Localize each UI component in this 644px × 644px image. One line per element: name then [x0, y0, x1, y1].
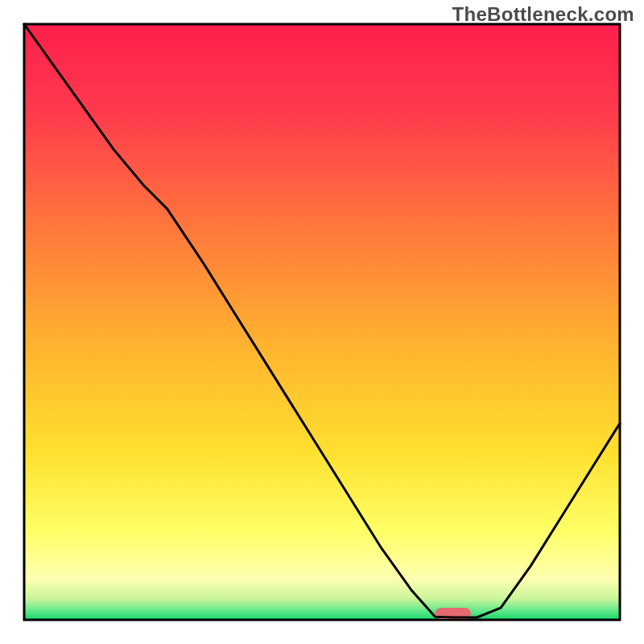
bottleneck-curve-chart	[0, 0, 644, 644]
chart-container: TheBottleneck.com	[0, 0, 644, 644]
watermark-text: TheBottleneck.com	[452, 3, 634, 26]
plot-background-gradient	[24, 24, 620, 620]
